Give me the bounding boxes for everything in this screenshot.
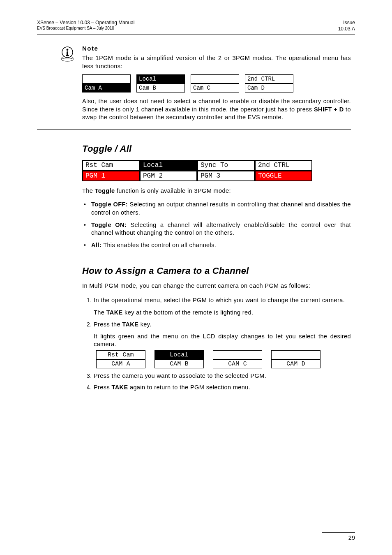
- note-lcd-col-1: Local Cam B: [136, 74, 185, 92]
- assign-step-2-sub: It lights green and the menu on the LCD …: [94, 333, 351, 349]
- header-right: Issue 10.03.A: [338, 20, 355, 32]
- assign-lcd-bot-1: CAM B: [154, 359, 204, 368]
- toggle-lcd-bot-2: PGM 3: [197, 171, 255, 181]
- doc-issue-value: 10.03.A: [338, 26, 355, 32]
- assign-lcd-top-2: [213, 350, 262, 359]
- svg-rect-4: [66, 55, 69, 56]
- toggle-lcd-top-3: 2nd CTRL: [255, 160, 312, 171]
- toggle-lcd-top-2: Sync To: [197, 160, 255, 171]
- toggle-lcd-bot-0: PGM 1: [82, 171, 140, 181]
- assign-step4-a: Press: [94, 384, 112, 391]
- assign-lcd-col-3: CAM D: [271, 350, 321, 368]
- doc-publisher: EVS Broadcast Equipment SA – July 2010: [37, 26, 135, 31]
- note-lcd-top-3: 2nd CTRL: [245, 74, 293, 83]
- header-left: XSense – Version 10.03 – Operating Manua…: [37, 20, 135, 32]
- take-key-3: TAKE: [112, 384, 128, 391]
- toggle-bullet-0-label: Toggle OFF:: [91, 201, 128, 208]
- toggle-intro-c: function is only available in 3PGM mode:: [115, 187, 231, 194]
- assign-step4-b: again to return to the PGM selection men…: [128, 384, 251, 391]
- note-rule: [37, 129, 351, 130]
- note-icon: [59, 46, 76, 62]
- assign-lcd: Rst Cam CAM A Local CAM B CAM C CAM D: [96, 350, 351, 368]
- toggle-bullet-2-text: This enables the control on all channels…: [101, 242, 216, 248]
- assign-lcd-top-3: [271, 350, 321, 359]
- assign-lcd-top-1: Local: [154, 350, 204, 359]
- assign-step1-sub-a: The: [94, 309, 106, 316]
- assign-step-1-sub: The TAKE key at the bottom of the remote…: [94, 308, 351, 317]
- note-block: Note The 1PGM mode is a simplified versi…: [82, 45, 351, 130]
- doc-issue-label: Issue: [338, 20, 355, 26]
- note-lcd-bot-1: Cam B: [136, 83, 185, 92]
- note-lcd-col-2: Cam C: [191, 74, 239, 92]
- assign-step-2: Press the TAKE key. It lights green and …: [94, 320, 351, 368]
- svg-point-2: [67, 49, 69, 51]
- assign-lcd-col-2: CAM C: [213, 350, 262, 368]
- assign-lcd-bot-3: CAM D: [271, 359, 321, 368]
- take-key-2: TAKE: [122, 321, 138, 328]
- toggle-bullet-1-text: Selecting a channel will alternatively e…: [91, 222, 351, 236]
- page-header: XSense – Version 10.03 – Operating Manua…: [37, 20, 355, 32]
- note-para2: Also, the user does not need to select a…: [82, 97, 351, 122]
- note-para2a: Also, the user does not need to select a…: [82, 98, 351, 113]
- note-lcd-bot-2: Cam C: [191, 83, 239, 92]
- assign-step-3: Press the camera you want to associate t…: [94, 372, 351, 380]
- page-footer: 29: [322, 532, 355, 541]
- toggle-lcd-bot-1: PGM 2: [140, 171, 197, 181]
- svg-point-0: [62, 58, 73, 61]
- assign-step1-sub-b: key at the bottom of the remote is light…: [123, 309, 254, 316]
- note-lcd-bot-0: Cam A: [82, 83, 131, 92]
- toggle-bullet-2-label: All:: [91, 242, 101, 248]
- doc-title: XSense – Version 10.03 – Operating Manua…: [37, 20, 135, 26]
- assign-intro: In Multi PGM mode, you can change the cu…: [82, 282, 351, 290]
- note-lcd-col-3: 2nd CTRL Cam D: [245, 74, 293, 92]
- note-lcd-col-0: Cam A: [82, 74, 131, 92]
- toggle-lcd-top-1: Local: [140, 160, 197, 171]
- toggle-lcd-bot-3: TOGGLE: [255, 171, 312, 181]
- take-key-1: TAKE: [106, 309, 123, 316]
- assign-lcd-bot-0: CAM A: [96, 359, 145, 368]
- shift-key: SHIFT: [314, 106, 332, 113]
- note-para1: The 1PGM mode is a simplified version of…: [82, 54, 351, 70]
- assign-step2-b: key.: [138, 321, 152, 328]
- toggle-intro: The Toggle function is only available in…: [82, 187, 351, 195]
- note-lcd-top-0: [82, 74, 131, 83]
- assign-lcd-top-0: Rst Cam: [96, 350, 145, 359]
- d-key: D: [339, 106, 344, 113]
- toggle-bullet-1: Toggle ON: Selecting a channel will alte…: [82, 221, 351, 237]
- assign-step2-a: Press the: [94, 321, 122, 328]
- toggle-bullets: Toggle OFF: Selecting an output channel …: [82, 201, 351, 249]
- toggle-bullet-1-label: Toggle ON:: [91, 222, 127, 228]
- header-rule: [37, 35, 355, 35]
- assign-step-1-text: In the operational menu, select the PGM …: [94, 296, 351, 305]
- note-lcd-top-2: [191, 74, 239, 83]
- assign-step-4: Press TAKE again to return to the PGM se…: [94, 383, 351, 391]
- toggle-bullet-0-text: Selecting an output channel results in c…: [91, 201, 351, 216]
- plus-text: +: [332, 106, 339, 113]
- toggle-intro-b: Toggle: [95, 187, 115, 194]
- note-lcd-row: Cam A Local Cam B Cam C 2nd CTRL Cam D: [82, 74, 351, 92]
- note-lcd-bot-3: Cam D: [245, 83, 293, 92]
- assign-lcd-bot-2: CAM C: [213, 359, 262, 368]
- toggle-heading: Toggle / All: [82, 143, 351, 154]
- toggle-bullet-0: Toggle OFF: Selecting an output channel …: [82, 201, 351, 217]
- assign-step-1: In the operational menu, select the PGM …: [94, 296, 351, 317]
- toggle-intro-a: The: [82, 187, 95, 194]
- assign-lcd-col-1: Local CAM B: [154, 350, 204, 368]
- assign-heading: How to Assign a Camera to a Channel: [82, 266, 351, 276]
- toggle-lcd-top-0: Rst Cam: [82, 160, 140, 171]
- toggle-lcd: Rst Cam Local Sync To 2nd CTRL PGM 1 PGM…: [82, 160, 312, 181]
- toggle-bullet-2: All: This enables the control on all cha…: [82, 241, 351, 250]
- assign-steps: In the operational menu, select the PGM …: [82, 296, 351, 392]
- assign-lcd-col-0: Rst Cam CAM A: [96, 350, 145, 368]
- note-heading: Note: [82, 45, 351, 52]
- page-number: 29: [322, 534, 355, 541]
- footer-rule: [322, 532, 355, 533]
- note-lcd-top-1: Local: [136, 74, 185, 83]
